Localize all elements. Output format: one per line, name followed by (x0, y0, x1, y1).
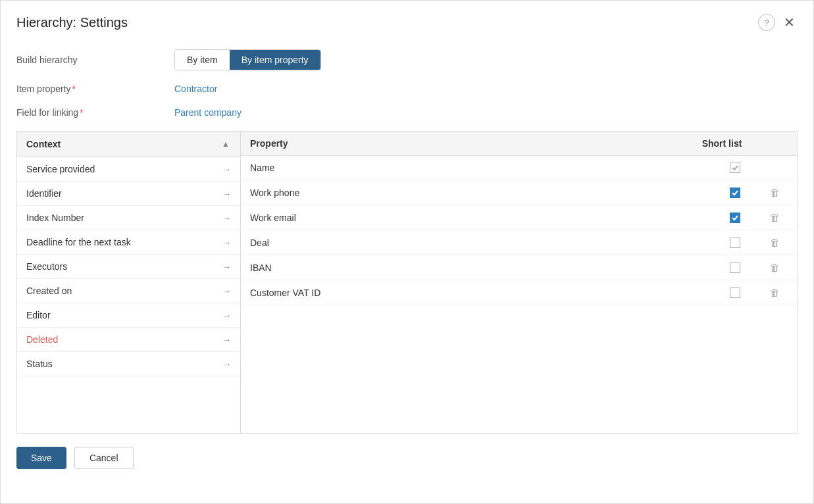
by-item-button[interactable]: By item (175, 50, 230, 70)
arrow-right-icon: → (222, 335, 231, 345)
hierarchy-settings-dialog: Hierarchy: Settings ? ✕ Build hierarchy … (0, 0, 814, 504)
context-item-label: Editor (26, 310, 51, 320)
delete-cell: 🗑 (761, 287, 788, 298)
property-list-item: IBAN 🗑 (241, 255, 797, 280)
context-list-item[interactable]: Identifier→ (17, 182, 240, 206)
property-name: Deal (250, 238, 709, 248)
build-hierarchy-row: Build hierarchy By item By item property (16, 49, 798, 70)
arrow-right-icon: → (222, 238, 231, 247)
delete-cell: 🗑 (761, 212, 788, 223)
dialog-title: Hierarchy: Settings (16, 15, 128, 30)
main-content: Context ▲ Service provided→Identifier→In… (16, 131, 798, 434)
header-actions: ? ✕ (758, 14, 798, 31)
property-name: Work email (250, 213, 709, 223)
context-list-item[interactable]: Created on→ (17, 279, 240, 303)
delete-cell: 🗑 (761, 237, 788, 248)
item-property-row: Item property* Contractor (16, 84, 798, 94)
context-item-label: Status (26, 359, 53, 369)
field-for-linking-label: Field for linking* (16, 107, 174, 118)
shortlist-check-cell (709, 163, 761, 173)
context-list-item[interactable]: Executors→ (17, 255, 240, 279)
required-star: * (72, 84, 75, 94)
shortlist-checkbox[interactable] (730, 288, 740, 298)
property-col-header: Property (250, 138, 682, 149)
context-panel-header: Context ▲ (17, 132, 240, 157)
help-icon: ? (764, 18, 769, 28)
context-list: Service provided→Identifier→Index Number… (17, 157, 240, 433)
field-for-linking-value[interactable]: Parent company (174, 107, 242, 118)
shortlist-checkbox[interactable] (730, 188, 740, 198)
shortlist-check-cell (709, 238, 761, 248)
shortlist-checkbox[interactable] (730, 263, 740, 273)
arrow-right-icon: → (222, 213, 231, 223)
close-button[interactable]: ✕ (780, 14, 798, 31)
scroll-up-button[interactable]: ▲ (220, 138, 231, 150)
delete-icon[interactable]: 🗑 (770, 187, 780, 198)
context-list-item[interactable]: Deadline for the next task→ (17, 230, 240, 255)
shortlist-check-cell (709, 188, 761, 198)
shortlist-checkbox[interactable] (730, 213, 740, 223)
property-panel: Property Short list Name Work phone 🗑 Wo… (241, 132, 797, 433)
context-item-label: Created on (26, 286, 72, 296)
arrow-right-icon: → (222, 311, 231, 320)
footer-actions: Save Cancel (16, 447, 798, 469)
property-name: IBAN (250, 263, 709, 273)
shortlist-check-cell (709, 213, 761, 223)
cancel-button[interactable]: Cancel (74, 447, 134, 469)
property-list-item: Work email 🗑 (241, 205, 797, 230)
property-list-item: Deal 🗑 (241, 230, 797, 255)
save-button[interactable]: Save (16, 447, 66, 469)
context-item-label: Index Number (26, 213, 84, 223)
arrow-right-icon: → (222, 359, 231, 369)
close-icon: ✕ (784, 14, 795, 30)
context-item-label: Deadline for the next task (26, 237, 131, 247)
item-property-label: Item property* (16, 84, 174, 94)
delete-icon[interactable]: 🗑 (770, 237, 780, 248)
property-name: Name (250, 163, 709, 173)
property-panel-header: Property Short list (241, 132, 797, 156)
shortlist-check-cell (709, 288, 761, 298)
dialog-header: Hierarchy: Settings ? ✕ (16, 14, 798, 31)
required-star2: * (80, 107, 83, 118)
by-item-property-button[interactable]: By item property (230, 50, 320, 70)
property-list: Name Work phone 🗑 Work email 🗑 Deal 🗑 (241, 156, 797, 433)
arrow-right-icon: → (222, 286, 231, 296)
property-name: Customer VAT ID (250, 288, 709, 298)
context-list-item[interactable]: Index Number→ (17, 206, 240, 230)
context-list-item[interactable]: Status→ (17, 352, 240, 376)
context-header-label: Context (26, 139, 61, 149)
build-hierarchy-toggle: By item By item property (174, 49, 321, 70)
shortlist-col-header: Short list (682, 138, 761, 149)
delete-icon[interactable]: 🗑 (770, 287, 780, 298)
item-property-value[interactable]: Contractor (174, 84, 217, 94)
arrow-right-icon: → (222, 189, 231, 199)
delete-cell: 🗑 (761, 187, 788, 198)
property-name: Work phone (250, 188, 709, 198)
property-list-item: Customer VAT ID 🗑 (241, 280, 797, 305)
delete-icon[interactable]: 🗑 (770, 262, 780, 273)
context-list-item[interactable]: Editor→ (17, 303, 240, 328)
context-list-item[interactable]: Service provided→ (17, 157, 240, 182)
arrow-right-icon: → (222, 164, 231, 174)
context-item-label: Deleted (26, 334, 58, 345)
delete-icon[interactable]: 🗑 (770, 212, 780, 223)
context-item-label: Executors (26, 261, 67, 272)
property-list-item: Work phone 🗑 (241, 180, 797, 205)
arrow-right-icon: → (222, 262, 231, 272)
property-list-item: Name (241, 156, 797, 180)
field-for-linking-row: Field for linking* Parent company (16, 107, 798, 118)
context-list-item[interactable]: Deleted→ (17, 328, 240, 352)
shortlist-checkbox[interactable] (730, 163, 740, 173)
context-panel: Context ▲ Service provided→Identifier→In… (17, 132, 241, 433)
context-item-label: Identifier (26, 188, 62, 199)
help-button[interactable]: ? (758, 14, 775, 31)
build-hierarchy-label: Build hierarchy (16, 55, 174, 65)
delete-cell: 🗑 (761, 262, 788, 273)
shortlist-checkbox[interactable] (730, 238, 740, 248)
shortlist-check-cell (709, 263, 761, 273)
context-item-label: Service provided (26, 164, 95, 174)
